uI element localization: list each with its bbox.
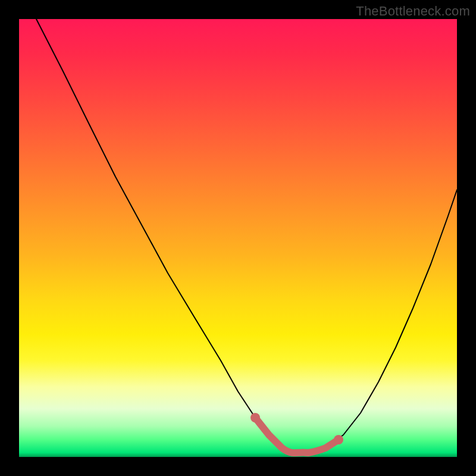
bottleneck-curve <box>36 19 457 453</box>
chart-svg <box>19 19 457 457</box>
watermark-text: TheBottleneck.com <box>356 4 470 19</box>
optimal-range-start-dot <box>250 413 260 422</box>
chart-frame: TheBottleneck.com <box>0 0 476 476</box>
optimal-range-highlight <box>255 418 339 453</box>
optimal-range-end-dot <box>334 435 343 444</box>
plot-area <box>19 19 457 457</box>
